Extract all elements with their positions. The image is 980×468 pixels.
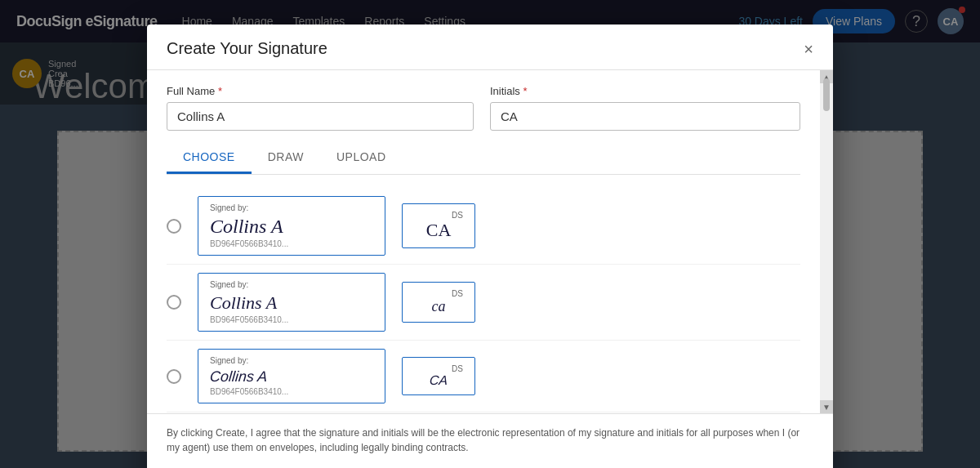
signature-box-2: Signed by: Collins A BD964F0566B3410... [198,273,385,332]
signature-option-1[interactable]: Signed by: Collins A BD964F0566B3410... … [167,188,800,265]
scroll-down-arrow[interactable]: ▼ [820,400,833,413]
modal-scrollbar[interactable]: ▲ ▼ [820,70,833,413]
disclaimer-text: By clicking Create, I agree that the sig… [167,426,813,455]
signature-name-1: Collins A [210,216,373,238]
initials-ds-3: DS [452,364,463,373]
initials-display-2: ca [432,298,446,315]
full-name-group: Full Name * [167,85,474,131]
tab-choose[interactable]: CHOOSE [167,142,252,174]
radio-option-3[interactable] [167,369,181,384]
initials-box-3: DS CA [402,357,475,395]
modal-body: Full Name * Initials * CHOOSE DRAW UPLOA… [147,70,833,413]
signature-option-3[interactable]: Signed by: Collins A BD964F0566B3410... … [167,341,800,412]
required-marker: * [218,85,222,97]
form-row: Full Name * Initials * [167,70,800,142]
initials-box-2: DS ca [402,282,475,323]
radio-option-1[interactable] [167,219,181,234]
signed-by-label-3: Signed by: [210,356,373,365]
signed-by-label-2: Signed by: [210,280,373,289]
initials-display-3: CA [429,373,448,388]
signature-tabs: CHOOSE DRAW UPLOAD [167,142,800,175]
signature-id-2: BD964F0566B3410... [210,315,373,324]
tab-draw[interactable]: DRAW [252,142,320,174]
initials-required: * [523,85,527,97]
modal-content: Full Name * Initials * CHOOSE DRAW UPLOA… [147,70,820,413]
initials-ds-1: DS [452,211,463,220]
initials-input[interactable] [490,102,800,131]
signature-id-1: BD964F0566B3410... [210,239,373,248]
modal-title: Create Your Signature [167,39,327,58]
signature-option-2[interactable]: Signed by: Collins A BD964F0566B3410... … [167,265,800,341]
signature-name-3: Collins A [209,368,268,386]
radio-option-2[interactable] [167,295,181,310]
full-name-input[interactable] [167,102,474,131]
tab-upload[interactable]: UPLOAD [320,142,403,174]
signature-box-1: Signed by: Collins A BD964F0566B3410... [198,196,385,256]
initials-display-1: CA [426,220,452,241]
full-name-label: Full Name * [167,85,474,97]
modal-close-button[interactable]: × [804,41,813,57]
scrollbar-thumb[interactable] [823,78,830,111]
modal-footer: By clicking Create, I agree that the sig… [147,413,833,468]
signature-id-3: BD964F0566B3410... [210,387,373,396]
initials-box-1: DS CA [402,203,475,248]
initials-group: Initials * [490,85,800,131]
signature-name-2: Collins A [210,292,373,314]
initials-label: Initials * [490,85,800,97]
signature-box-3: Signed by: Collins A BD964F0566B3410... [198,349,385,403]
modal-header: Create Your Signature × [147,25,833,70]
signed-by-label-1: Signed by: [210,203,373,212]
create-signature-modal: Create Your Signature × Full Name * Init… [147,25,833,468]
initials-ds-2: DS [452,289,463,298]
